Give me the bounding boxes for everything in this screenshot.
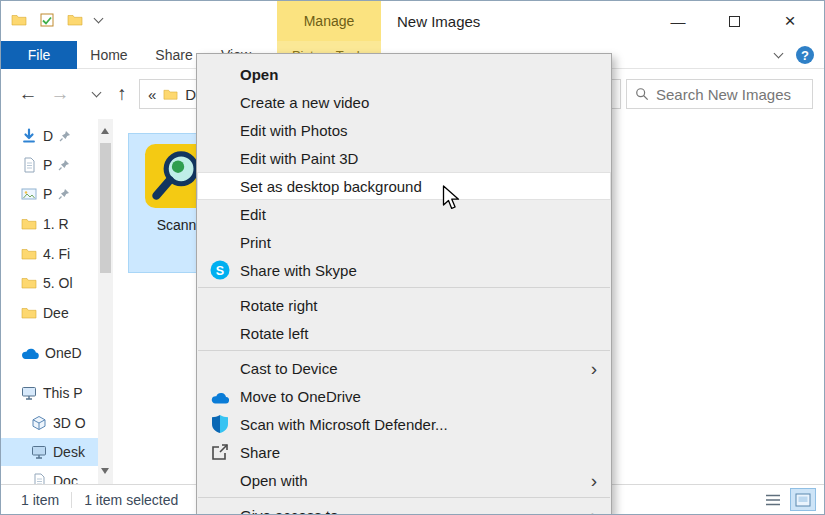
maximize-button[interactable] <box>706 1 762 41</box>
sidebar-item-onedrive[interactable]: OneD <box>1 339 98 367</box>
onedrive-icon <box>210 391 230 404</box>
onedrive-icon <box>21 347 39 360</box>
submenu-arrow-icon: › <box>591 359 597 378</box>
menu-item-label: Share with Skype <box>240 262 357 279</box>
status-divider <box>71 492 72 508</box>
menu-item-rotate-right[interactable]: Rotate right <box>197 291 611 319</box>
sidebar-item-3d-objects[interactable]: 3D O <box>1 409 98 437</box>
window-title: New Images <box>397 1 480 41</box>
menu-item-rotate-left[interactable]: Rotate left <box>197 319 611 347</box>
menu-item-label: Create a new video <box>240 94 369 111</box>
close-button[interactable]: × <box>762 1 818 41</box>
menu-item-label: Open <box>240 66 278 83</box>
details-view-icon <box>765 493 781 507</box>
menu-item-label: Print <box>240 234 271 251</box>
sidebar-item-pictures-pinned[interactable]: P <box>1 180 98 208</box>
sidebar-item-desktop[interactable]: Desk <box>1 438 98 466</box>
sidebar-item-folder-4[interactable]: 4. Fi <box>1 240 98 268</box>
sidebar-item-folder-5[interactable]: 5. Ol <box>1 269 98 297</box>
menu-item-open-with[interactable]: Open with › <box>197 466 611 494</box>
sidebar-item-label: D <box>43 128 53 144</box>
menu-item-edit[interactable]: Edit <box>197 200 611 228</box>
search-input[interactable] <box>656 86 804 103</box>
breadcrumb-item[interactable]: D <box>185 86 196 103</box>
scroll-down-icon[interactable] <box>101 468 109 474</box>
folder-icon <box>21 305 37 321</box>
menu-item-label: Share <box>240 444 280 461</box>
downloads-icon <box>21 128 37 144</box>
defender-shield-icon <box>210 414 230 434</box>
title-bar: Manage New Images — × <box>1 1 824 41</box>
view-toggles <box>760 488 816 511</box>
menu-item-label: Edit with Paint 3D <box>240 150 358 167</box>
expand-ribbon-chevron-icon[interactable] <box>774 48 784 58</box>
recent-locations-chevron-icon[interactable] <box>83 81 109 107</box>
up-button[interactable]: ↑ <box>109 81 135 107</box>
sidebar-item-folder-1[interactable]: 1. R <box>1 210 98 238</box>
details-view-button[interactable] <box>760 488 786 511</box>
sidebar-item-this-pc[interactable]: This P <box>1 379 98 407</box>
sidebar-item-label: 4. Fi <box>43 246 70 262</box>
document-icon <box>21 157 37 173</box>
folder-icon <box>163 87 178 102</box>
maximize-icon <box>729 16 740 27</box>
scrollbar-thumb[interactable] <box>100 143 111 273</box>
menu-item-create-new-video[interactable]: Create a new video <box>197 88 611 116</box>
menu-item-scan-with-defender[interactable]: Scan with Microsoft Defender... <box>197 410 611 438</box>
menu-item-open[interactable]: Open <box>197 60 611 88</box>
menu-item-share-with-skype[interactable]: S Share with Skype <box>197 256 611 284</box>
desktop-icon <box>31 444 47 460</box>
menu-item-label: Set as desktop background <box>240 178 422 195</box>
menu-item-cast-to-device[interactable]: Cast to Device › <box>197 354 611 382</box>
menu-item-give-access-to[interactable]: Give access to › <box>197 501 611 515</box>
svg-text:S: S <box>216 264 224 278</box>
menu-separator <box>198 350 610 351</box>
tab-home[interactable]: Home <box>85 41 133 69</box>
menu-item-label: Rotate left <box>240 325 308 342</box>
qat-customize-chevron-icon[interactable] <box>94 13 104 23</box>
item-count: 1 item <box>21 492 59 508</box>
submenu-arrow-icon: › <box>591 506 597 515</box>
thumbnails-view-button[interactable] <box>790 488 816 511</box>
menu-separator <box>198 287 610 288</box>
mouse-cursor <box>442 185 460 211</box>
scroll-up-icon[interactable] <box>101 128 109 134</box>
sidebar-item-downloads[interactable]: D <box>1 122 98 150</box>
sidebar-item-label: 5. Ol <box>43 275 73 291</box>
submenu-arrow-icon: › <box>591 471 597 490</box>
menu-item-label: Scan with Microsoft Defender... <box>240 416 448 433</box>
sidebar-item-label: P <box>43 186 52 202</box>
forward-button[interactable]: → <box>47 81 73 107</box>
sidebar-scrollbar[interactable] <box>98 119 113 486</box>
contextual-group-manage[interactable]: Manage <box>277 1 381 41</box>
back-button[interactable]: ← <box>15 81 41 107</box>
menu-item-set-as-desktop-background[interactable]: Set as desktop background <box>197 172 611 200</box>
menu-item-edit-with-photos[interactable]: Edit with Photos <box>197 116 611 144</box>
new-folder-icon[interactable] <box>67 12 83 28</box>
chevron-down-icon <box>91 87 101 97</box>
menu-item-share[interactable]: Share <box>197 438 611 466</box>
search-icon <box>635 87 649 101</box>
sidebar-item-folder-dee[interactable]: Dee <box>1 299 98 327</box>
menu-item-move-to-onedrive[interactable]: Move to OneDrive <box>197 382 611 410</box>
pin-icon <box>58 159 70 171</box>
file-label: Scann <box>157 217 197 233</box>
menu-item-label: Rotate right <box>240 297 318 314</box>
tab-share[interactable]: Share <box>149 41 199 69</box>
minimize-button[interactable]: — <box>650 1 706 41</box>
help-icon[interactable]: ? <box>796 46 814 64</box>
menu-item-label: Move to OneDrive <box>240 388 361 405</box>
menu-item-edit-with-paint3d[interactable]: Edit with Paint 3D <box>197 144 611 172</box>
this-pc-icon <box>21 385 37 401</box>
skype-icon: S <box>210 260 230 280</box>
explorer-icon <box>11 12 27 28</box>
sidebar-item-label: P <box>43 157 52 173</box>
quick-access-toolbar <box>11 12 102 28</box>
pin-icon <box>58 188 70 200</box>
breadcrumb-overflow[interactable]: « <box>148 86 156 103</box>
tab-file[interactable]: File <box>1 41 77 69</box>
properties-icon[interactable] <box>39 12 55 28</box>
menu-separator <box>198 497 610 498</box>
sidebar-item-documents-pinned[interactable]: P <box>1 151 98 179</box>
menu-item-print[interactable]: Print <box>197 228 611 256</box>
